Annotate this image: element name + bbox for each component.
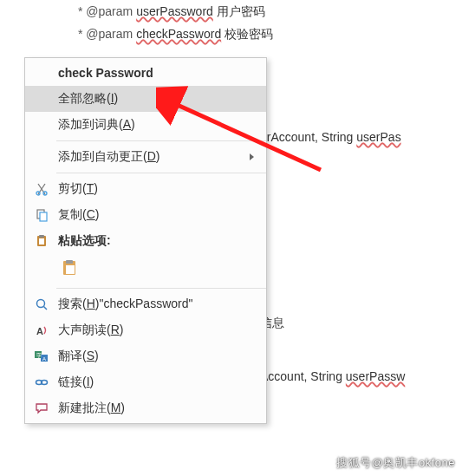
paste-options-row — [25, 254, 266, 285]
blank-icon — [30, 89, 53, 108]
menu-separator — [56, 288, 266, 289]
svg-text:A: A — [42, 356, 46, 362]
menu-new-comment[interactable]: 新建批注(M) — [25, 395, 266, 421]
menu-cut[interactable]: 剪切(T) — [25, 176, 266, 202]
menu-label: 大声朗读(R) — [58, 323, 257, 338]
menu-label: 复制(C) — [58, 207, 257, 223]
search-icon — [30, 295, 53, 314]
menu-paste-options-header: 粘贴选项: — [25, 228, 266, 254]
menu-spell-suggestion[interactable]: check Password — [25, 60, 266, 86]
menu-label: 添加到自动更正(D) — [58, 149, 250, 165]
blank-icon — [30, 115, 53, 134]
menu-ignore-all[interactable]: 全部忽略(I) — [25, 86, 266, 112]
code-line-2: * @param checkPassword 校验密码 — [0, 23, 462, 45]
menu-add-autocorrect[interactable]: 添加到自动更正(D) — [25, 144, 266, 170]
menu-search[interactable]: 搜索(H)"checkPassword" — [25, 291, 266, 317]
svg-rect-9 — [66, 265, 75, 274]
paste-icon — [30, 231, 53, 251]
menu-label: check Password — [58, 66, 257, 80]
menu-translate[interactable]: 字A 翻译(S) — [25, 343, 266, 369]
menu-label: 新建批注(M) — [58, 401, 257, 416]
svg-rect-8 — [66, 260, 73, 264]
new-comment-icon — [30, 399, 53, 418]
svg-line-11 — [44, 307, 48, 310]
menu-separator — [56, 140, 266, 141]
menu-label: 添加到词典(A) — [58, 117, 257, 133]
translate-icon: 字A — [30, 347, 53, 366]
bg-code-2: Account, String userPassw — [260, 369, 405, 383]
svg-point-10 — [37, 300, 45, 308]
svg-rect-6 — [39, 238, 44, 245]
menu-add-to-dictionary[interactable]: 添加到词典(A) — [25, 112, 266, 138]
bg-code-1: erAccount, String userPas — [260, 130, 401, 144]
svg-text:A: A — [36, 326, 43, 336]
menu-label: 链接(I) — [58, 375, 257, 390]
blank-icon — [30, 63, 53, 82]
copy-icon — [30, 205, 53, 225]
blank-icon — [30, 147, 53, 166]
svg-rect-5 — [39, 235, 44, 238]
watermark: 搜狐号@奥凯丰okfone — [336, 455, 455, 471]
menu-copy[interactable]: 复制(C) — [25, 202, 266, 228]
menu-label: 剪切(T) — [58, 181, 257, 197]
context-menu: check Password 全部忽略(I) 添加到词典(A) 添加到自动更正(… — [24, 57, 267, 424]
menu-label: 翻译(S) — [58, 349, 257, 364]
menu-label: 粘贴选项: — [58, 233, 257, 249]
svg-text:字: 字 — [36, 352, 42, 358]
link-icon — [30, 373, 53, 392]
svg-rect-3 — [40, 212, 47, 221]
menu-read-aloud[interactable]: A 大声朗读(R) — [25, 317, 266, 343]
read-aloud-icon: A — [30, 321, 53, 340]
paste-keep-source-icon[interactable] — [60, 258, 86, 282]
menu-link[interactable]: 链接(I) — [25, 369, 266, 395]
chevron-right-icon — [250, 153, 254, 160]
menu-label: 搜索(H)"checkPassword" — [58, 297, 257, 312]
code-line-1: * @param userPassword 用户密码 — [0, 0, 462, 23]
cut-icon — [30, 179, 53, 199]
menu-separator — [56, 173, 266, 173]
menu-label: 全部忽略(I) — [58, 91, 257, 107]
